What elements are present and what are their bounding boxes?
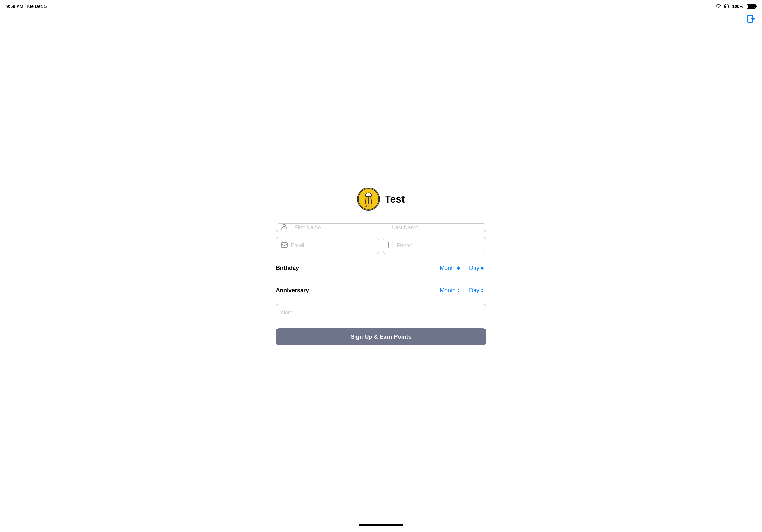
day-chevron-icon	[481, 266, 484, 270]
phone-input[interactable]	[397, 242, 481, 249]
anniversary-day-label: Day	[469, 287, 479, 294]
home-indicator	[0, 520, 762, 532]
birthday-label: Birthday	[276, 265, 437, 271]
last-name-input[interactable]	[392, 225, 481, 231]
note-input[interactable]	[276, 304, 486, 321]
headphone-icon	[724, 4, 729, 10]
svg-rect-3	[366, 195, 372, 197]
email-icon	[281, 242, 287, 249]
signup-button[interactable]: Sign Up & Earn Points	[276, 328, 486, 345]
anniversary-month-label: Month	[440, 287, 456, 294]
anniversary-month-chevron-icon	[457, 289, 460, 292]
status-bar-right: 100%	[716, 4, 756, 10]
main-content: Kitchen Test	[0, 13, 762, 520]
app-title: Test	[385, 193, 405, 205]
birthday-month-selector[interactable]: Month	[437, 263, 463, 273]
app-logo: Kitchen	[357, 187, 380, 211]
status-bar: 9:59 AM Tue Dec 5 100%	[0, 0, 762, 13]
first-name-input[interactable]	[294, 225, 383, 231]
status-bar-left: 9:59 AM Tue Dec 5	[6, 4, 46, 9]
wifi-icon	[716, 4, 721, 9]
anniversary-month-selector[interactable]: Month	[437, 286, 463, 295]
birthday-day-selector[interactable]: Day	[467, 263, 486, 273]
phone-icon	[388, 242, 393, 250]
email-field-container	[276, 237, 379, 254]
home-bar	[359, 524, 403, 526]
anniversary-day-selector[interactable]: Day	[467, 286, 486, 295]
anniversary-day-chevron-icon	[481, 289, 484, 292]
anniversary-label: Anniversary	[276, 287, 437, 294]
svg-rect-9	[281, 243, 287, 247]
person-icon	[281, 224, 287, 232]
anniversary-selectors: Month Day	[437, 286, 486, 295]
name-field-container	[276, 223, 486, 232]
svg-text:Kitchen: Kitchen	[365, 205, 372, 207]
svg-point-10	[391, 246, 391, 247]
month-chevron-icon	[457, 266, 460, 270]
logo-section: Kitchen Test	[357, 187, 405, 211]
birthday-selectors: Month Day	[437, 263, 486, 273]
date-display: Tue Dec 5	[26, 4, 46, 9]
birthday-day-label: Day	[469, 265, 479, 271]
email-input[interactable]	[291, 242, 374, 249]
birthday-month-label: Month	[440, 265, 456, 271]
phone-field-container	[383, 237, 486, 254]
svg-point-8	[283, 224, 286, 227]
signup-form: Birthday Month Day	[276, 223, 486, 345]
birthday-row: Birthday Month Day	[276, 259, 486, 277]
time-display: 9:59 AM	[6, 4, 23, 9]
battery-percentage: 100%	[732, 4, 743, 9]
email-phone-row	[276, 237, 486, 254]
logo-svg: Kitchen	[358, 188, 379, 210]
battery-icon	[747, 4, 756, 9]
anniversary-row: Anniversary Month Day	[276, 282, 486, 299]
